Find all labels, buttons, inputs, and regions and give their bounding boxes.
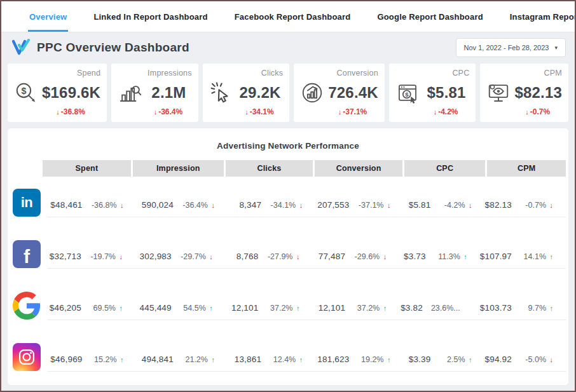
kpi-value: $82.13 xyxy=(514,84,562,102)
report-tabbar: Overview Linked In Report Dashboard Face… xyxy=(1,1,575,32)
spend-search-dollar-icon: $ xyxy=(14,81,38,105)
cell-clicks: 12,10137.2% xyxy=(226,303,313,313)
tab-instagram-report[interactable]: Instagram Report Dashboard xyxy=(509,1,576,32)
col-header-impression: Impression xyxy=(133,160,224,177)
google-icon xyxy=(13,292,41,320)
table-row-instagram: $46,96915.2% 494,84121.2% 13,86112.4% 18… xyxy=(8,331,568,382)
cell-impression: 590,024-36.4% xyxy=(137,200,228,210)
page-header: PPC Overview Dashboard Nov 1, 2022 - Feb… xyxy=(1,32,575,62)
cell-cpc: $3.392.5% xyxy=(403,355,484,364)
cell-spent: $46,20569.5% xyxy=(48,303,135,313)
table-row-google: $46,20569.5% 445,44954.5% 12,10137.2% 12… xyxy=(8,280,568,331)
kpi-card-clicks: Clicks 29.2K -34.1% xyxy=(203,64,290,122)
click-cursor-icon xyxy=(209,81,233,105)
kpi-card-spend: Spend $ $169.6K -36.8% xyxy=(8,64,107,122)
cell-impression: 445,44954.5% xyxy=(135,303,226,313)
cell-cpc: $3.8223.6%... xyxy=(399,303,480,313)
col-header-cpm: CPM xyxy=(487,160,566,177)
table-row-facebook: f $32,713-19.7% 302,983-29.7% 8,768-27.9… xyxy=(8,228,568,280)
cell-impression: 494,84121.2% xyxy=(137,355,228,364)
col-header-conversion: Conversion xyxy=(315,160,402,177)
cell-spent: $48,461-36.8% xyxy=(48,200,137,210)
page-title: PPC Overview Dashboard xyxy=(37,41,189,55)
kpi-value: 726.4K xyxy=(328,84,378,102)
kpi-delta: -37.1% xyxy=(300,107,378,116)
cell-cpc: $5.81-4.2% xyxy=(403,200,484,210)
facebook-icon-label: f xyxy=(24,247,30,266)
cell-clicks: 8,347-34.1% xyxy=(228,200,315,210)
cpc-browser-dollar-icon: $ xyxy=(395,81,420,105)
tab-google-report[interactable]: Google Report Dashboard xyxy=(376,1,484,32)
linkedin-icon-label: in xyxy=(21,196,33,210)
kpi-label: Impressions xyxy=(118,69,192,78)
kpi-value: 2.1M xyxy=(146,84,192,102)
tab-linkedin-report[interactable]: Linked In Report Dashboard xyxy=(92,1,209,32)
cell-spent: $32,713-19.7% xyxy=(48,252,135,261)
kpi-delta: -34.1% xyxy=(209,107,284,116)
date-range-selector[interactable]: Nov 1, 2022 - Feb 28, 2023 ▾ xyxy=(456,38,566,57)
instagram-icon xyxy=(13,343,41,371)
instagram-camera-icon xyxy=(17,348,36,367)
dashboard-page: Overview Linked In Report Dashboard Face… xyxy=(0,0,576,392)
kpi-delta: -4.2% xyxy=(395,107,470,116)
kpi-value: $169.6K xyxy=(42,84,100,102)
kpi-card-cpc: CPC $ $5.81 -4.2% xyxy=(389,64,476,122)
col-header-clicks: Clicks xyxy=(226,160,313,177)
kpi-row: Spend $ $169.6K -36.8% Impressions xyxy=(8,64,568,122)
cell-cpm: $103.739.7% xyxy=(480,303,566,313)
kpi-value: $5.81 xyxy=(423,84,470,102)
col-header-cpc: CPC xyxy=(404,160,485,177)
kpi-label: Clicks xyxy=(209,69,284,78)
kpi-value: 29.2K xyxy=(237,84,284,102)
cell-clicks: 13,86112.4% xyxy=(228,355,315,364)
tab-facebook-report[interactable]: Facebook Report Dashboard xyxy=(233,1,352,32)
kpi-delta: -0.7% xyxy=(486,107,562,116)
kpi-label: CPC xyxy=(395,69,470,78)
tab-overview[interactable]: Overview xyxy=(28,1,68,32)
cell-cpm: $94.92-5.0% xyxy=(485,355,566,364)
cell-spent: $46,96915.2% xyxy=(48,355,137,364)
kpi-card-impressions: Impressions 2.1M -36.4% xyxy=(111,64,198,122)
table-row-linkedin: in $48,461-36.8% 590,024-36.4% 8,347-34.… xyxy=(8,177,568,228)
impressions-bars-magnifier-icon xyxy=(118,81,142,105)
kpi-label: CPM xyxy=(486,69,562,78)
table-title: Advertising Network Performance xyxy=(8,128,568,160)
cell-cpm: $107.9714.1% xyxy=(480,252,566,261)
cell-cpc: $3.7311.3% xyxy=(399,252,480,261)
caret-down-icon: ▾ xyxy=(554,44,558,51)
brand-v-logo-icon xyxy=(11,39,31,57)
conversion-growth-circle-icon xyxy=(300,81,324,105)
svg-text:$: $ xyxy=(21,85,26,95)
cell-impression: 302,983-29.7% xyxy=(135,252,226,261)
cell-conversion: 207,553-37.1% xyxy=(315,200,403,210)
table-header-row: Spent Impression Clicks Conversion CPC C… xyxy=(43,160,566,177)
google-g-icon xyxy=(13,292,41,320)
cpm-monitor-eye-icon xyxy=(486,81,511,105)
col-header-spent: Spent xyxy=(43,160,131,177)
kpi-card-cpm: CPM $82.13 -0.7% xyxy=(480,64,568,122)
date-range-value: Nov 1, 2022 - Feb 28, 2023 xyxy=(464,44,549,51)
cell-conversion: 77,487-29.6% xyxy=(312,252,399,261)
kpi-label: Spend xyxy=(14,69,100,78)
kpi-card-conversion: Conversion 726.4K -37.1% xyxy=(294,64,385,122)
svg-text:$: $ xyxy=(405,90,409,97)
facebook-icon: f xyxy=(13,240,41,268)
cell-conversion: 12,10137.2% xyxy=(312,303,399,313)
kpi-label: Conversion xyxy=(300,69,378,78)
kpi-delta: -36.4% xyxy=(118,107,192,116)
cell-conversion: 181,62319.2% xyxy=(315,355,403,364)
cell-clicks: 8,768-27.9% xyxy=(226,252,313,261)
kpi-delta: -36.8% xyxy=(14,107,100,116)
cell-cpm: $82.13-0.7% xyxy=(485,200,566,210)
linkedin-icon: in xyxy=(13,189,41,217)
network-performance-panel: Advertising Network Performance Spent Im… xyxy=(8,128,568,385)
